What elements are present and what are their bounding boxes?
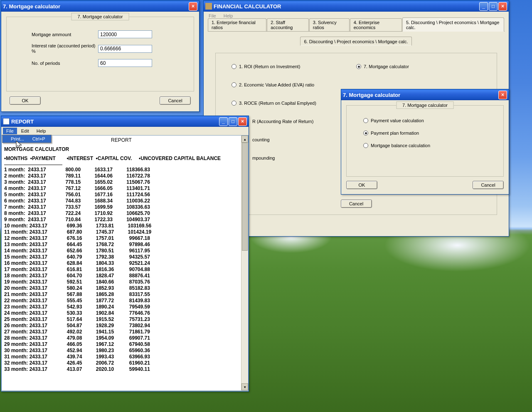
table-row: 26 month: 2433.17 504.87 1928.29 73802.9… bbox=[4, 323, 241, 329]
table-row: 17 month: 2433.17 616.81 1816.36 90704.8… bbox=[4, 266, 241, 273]
table-row: 29 month: 2433.17 466.05 1967.12 67940.5… bbox=[4, 341, 241, 348]
table-row: 4 month: 2433.17 767.12 1666.05 113401.7… bbox=[4, 185, 241, 192]
radio-payment-value[interactable]: Payment value calculation bbox=[363, 118, 487, 123]
radio-roce[interactable]: 3. ROCE (Return on Capital Emplyed) bbox=[232, 101, 356, 106]
app-icon bbox=[205, 3, 212, 10]
table-row: 12 month: 2433.17 676.16 1757.01 99667.1… bbox=[4, 235, 241, 242]
table-row: 8 month: 2433.17 722.24 1710.92 106625.7… bbox=[4, 210, 241, 217]
cancel-button[interactable]: Cancel bbox=[341, 200, 372, 208]
radio-roi[interactable]: 1. ROI (Return on Investment) bbox=[232, 64, 356, 69]
ok-button[interactable]: OK bbox=[10, 96, 41, 105]
mortgage-options-dialog: 7. Mortgage calculator × 7. Mortgage cal… bbox=[341, 89, 509, 195]
financial-calculator-titlebar[interactable]: FINANCIAL CALCULATOR _ □ × bbox=[204, 1, 509, 12]
tab-2[interactable]: 2. Staff accounting bbox=[267, 18, 309, 31]
table-row: 33 month: 2433.17 413.07 2020.10 59940.1… bbox=[4, 366, 241, 373]
close-button[interactable]: × bbox=[189, 2, 197, 11]
table-row: 1 month: 2433.17 800.00 1633.17 118366.8… bbox=[4, 167, 241, 173]
table-row: 14 month: 2433.17 652.66 1780.51 96117.9… bbox=[4, 248, 241, 254]
report-rows: 1 month: 2433.17 800.00 1633.17 118366.8… bbox=[2, 167, 241, 373]
table-row: 24 month: 2433.17 530.33 1902.84 77646.7… bbox=[4, 310, 241, 316]
menu-help[interactable]: Help bbox=[33, 128, 49, 134]
table-row: 32 month: 2433.17 426.45 2006.72 61960.2… bbox=[4, 360, 241, 366]
table-row: 16 month: 2433.17 628.84 1804.33 92521.2… bbox=[4, 260, 241, 266]
minimize-button[interactable]: _ bbox=[479, 2, 488, 11]
radio-eva[interactable]: 2. Economic Value Added (EVA) ratio bbox=[232, 82, 356, 87]
tab-3[interactable]: 3. Solvency ratios bbox=[309, 18, 350, 31]
group-label: 7. Mortgage calculator bbox=[396, 101, 454, 109]
vertical-scrollbar[interactable]: ▴ ▾ bbox=[241, 136, 248, 390]
mortgage-calculator-dialog: 7. Mortgage calculator × 7. Mortgage cal… bbox=[1, 0, 200, 112]
cancel-button[interactable]: Cancel bbox=[473, 181, 504, 189]
window-title: REPORT bbox=[11, 118, 34, 125]
table-row: 10 month: 2433.17 699.36 1733.81 103169.… bbox=[4, 223, 241, 229]
table-row: 30 month: 2433.17 452.94 1980.23 65960.3… bbox=[4, 348, 241, 354]
report-window: REPORT _ □ × File Edit Help Print... Ctr… bbox=[1, 116, 249, 392]
window-title: FINANCIAL CALCULATOR bbox=[214, 3, 281, 10]
maximize-button[interactable]: □ bbox=[489, 2, 498, 11]
ok-button[interactable]: OK bbox=[346, 181, 377, 189]
table-row: 19 month: 2433.17 592.51 1840.66 87035.7… bbox=[4, 279, 241, 285]
report-heading: MORTGAGE CALCULATOR bbox=[4, 146, 241, 152]
maximize-button[interactable]: □ bbox=[229, 117, 237, 126]
rate-input[interactable] bbox=[98, 45, 152, 53]
subtab-6[interactable]: 6. Discounting \ Project economics \ Mor… bbox=[300, 37, 411, 46]
close-button[interactable]: × bbox=[498, 2, 507, 11]
report-columns: •MONTHS •PAYMENT •INTEREST •CAPITAL COV.… bbox=[4, 155, 239, 161]
minimize-button[interactable]: _ bbox=[219, 117, 228, 126]
cancel-button[interactable]: Cancel bbox=[160, 96, 191, 105]
table-row: 7 month: 2433.17 733.57 1699.59 108336.6… bbox=[4, 204, 241, 210]
periods-label: No. of periods bbox=[32, 61, 98, 66]
tab-5[interactable]: 5. Discounting \ Project economics \ Mor… bbox=[402, 17, 504, 32]
report-icon bbox=[3, 118, 10, 125]
amount-input[interactable] bbox=[98, 30, 152, 38]
radio-payment-plan[interactable]: Payment plan formation bbox=[363, 131, 487, 136]
table-row: 9 month: 2433.17 710.84 1722.33 104903.3… bbox=[4, 217, 241, 223]
table-row: 2 month: 2433.17 789.11 1644.06 116722.7… bbox=[4, 173, 241, 179]
table-row: 27 month: 2433.17 492.02 1941.15 71861.7… bbox=[4, 329, 241, 335]
radio-mortgage[interactable]: 7. Mortgage calculator bbox=[356, 64, 481, 69]
scroll-up-button[interactable]: ▴ bbox=[241, 136, 248, 143]
tabbar: 1. Enterprise financial ratios 2. Staff … bbox=[208, 22, 505, 32]
table-row: 22 month: 2433.17 555.45 1877.72 81439.8… bbox=[4, 298, 241, 304]
file-dropdown: Print... Ctrl+P bbox=[2, 135, 52, 143]
tab-1[interactable]: 1. Enterprise financial ratios bbox=[208, 18, 266, 31]
table-row: 20 month: 2433.17 580.24 1852.93 85182.8… bbox=[4, 285, 241, 291]
table-row: 13 month: 2433.17 664.45 1768.72 97898.4… bbox=[4, 242, 241, 248]
rate-label: Interest rate (accounted period) % bbox=[32, 43, 98, 54]
table-row: 28 month: 2433.17 479.08 1954.09 69907.7… bbox=[4, 335, 241, 341]
close-button[interactable]: × bbox=[498, 91, 507, 99]
table-row: 31 month: 2433.17 439.74 1993.43 63966.9… bbox=[4, 354, 241, 360]
close-button[interactable]: × bbox=[238, 117, 247, 126]
periods-input[interactable] bbox=[98, 59, 152, 67]
report-titlebar[interactable]: REPORT _ □ × bbox=[1, 116, 249, 127]
table-row: 25 month: 2433.17 517.64 1915.52 75731.2… bbox=[4, 316, 241, 323]
group-label: 7. Mortgage calculator bbox=[71, 13, 129, 20]
table-row: 23 month: 2433.17 542.93 1890.24 79549.5… bbox=[4, 304, 241, 310]
table-row: 6 month: 2433.17 744.83 1688.34 110036.2… bbox=[4, 198, 241, 204]
table-row: 18 month: 2433.17 604.70 1828.47 88876.4… bbox=[4, 273, 241, 279]
table-row: 21 month: 2433.17 567.88 1865.28 83317.5… bbox=[4, 291, 241, 298]
scroll-down-button[interactable]: ▾ bbox=[241, 383, 248, 390]
tab-4[interactable]: 4. Enterprise economics bbox=[350, 18, 402, 31]
radio-balance[interactable]: Mortgage balance calculation bbox=[363, 143, 487, 148]
window-title: 7. Mortgage calculator bbox=[343, 92, 400, 98]
mortgage-options-titlebar[interactable]: 7. Mortgage calculator × bbox=[341, 89, 509, 100]
menu-file[interactable]: File bbox=[3, 128, 17, 134]
scroll-thumb[interactable] bbox=[242, 143, 248, 251]
amount-label: Mortgage ammount bbox=[32, 32, 98, 37]
window-title: 7. Mortgage calculator bbox=[3, 3, 60, 10]
table-row: 11 month: 2433.17 687.80 1745.37 101424.… bbox=[4, 229, 241, 235]
table-row: 5 month: 2433.17 756.01 1677.16 111724.5… bbox=[4, 192, 241, 198]
menu-print[interactable]: Print... Ctrl+P bbox=[2, 135, 51, 143]
menu-edit[interactable]: Edit bbox=[18, 128, 32, 134]
table-row: 15 month: 2433.17 640.79 1792.38 94325.5… bbox=[4, 254, 241, 260]
mortgage-calculator-titlebar[interactable]: 7. Mortgage calculator × bbox=[1, 1, 199, 12]
table-row: 3 month: 2433.17 778.15 1655.02 115067.7… bbox=[4, 179, 241, 185]
